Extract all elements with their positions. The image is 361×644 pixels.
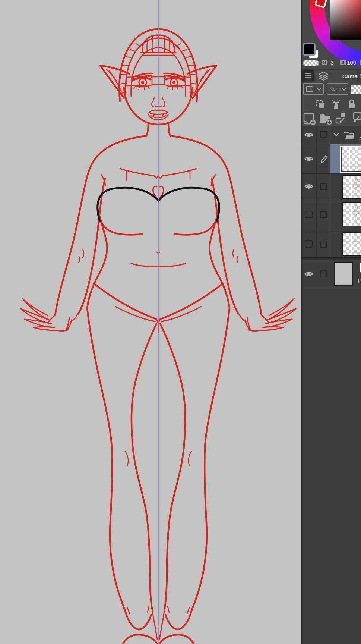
layer-select-checkbox[interactable] [320, 211, 327, 218]
saturation-value-square[interactable] [330, 0, 361, 40]
opacity-slider[interactable] [351, 85, 361, 94]
app-window: H 3 S 100 V Camada [0, 0, 361, 644]
new-layer-button[interactable] [303, 113, 316, 125]
layer-thumbnail-paper[interactable] [334, 262, 353, 286]
merge-to-lower-layer-button[interactable] [351, 112, 361, 125]
layer-select-checkbox[interactable] [320, 131, 327, 138]
thumbnail-figure [343, 176, 361, 198]
layer-thumbnail-faint-sketch[interactable] [342, 232, 361, 256]
visibility-toggle-hidden[interactable] [305, 211, 313, 218]
elf-sketch-drawing [0, 0, 301, 644]
blend-mode-value: Norm [329, 86, 341, 92]
open-folder-icon [343, 130, 355, 140]
thumbnail-figure [343, 233, 361, 255]
hsv-readout: H 3 S 100 V [302, 59, 361, 67]
layer-controls: Norm [302, 82, 361, 126]
layer-thumbnail-gray-sketch[interactable] [342, 202, 361, 226]
thumbnail-figure [343, 203, 361, 226]
layer-select-checkbox[interactable] [320, 183, 327, 190]
hue-value: 3 [330, 59, 333, 66]
clip-to-layer-below-icon[interactable] [316, 100, 326, 109]
layer-thumbnail-red-sketch[interactable] [342, 175, 361, 199]
saturation-label: S [340, 60, 346, 65]
panel-tab-bar: Camada [302, 69, 361, 82]
chevron-down-icon [342, 88, 346, 91]
visibility-eye-icon[interactable] [304, 271, 314, 277]
layer-select-checkbox[interactable] [320, 241, 327, 248]
layer-group-divider [302, 257, 361, 260]
canvas-area[interactable] [0, 0, 301, 644]
layer-row-lineart[interactable] [302, 174, 361, 200]
layers-stack-icon [318, 71, 329, 81]
saturation-value: 100 [347, 59, 356, 66]
blend-mode-dropdown[interactable]: Norm [327, 83, 348, 95]
layer-palette-option-dropdown[interactable] [303, 83, 324, 95]
panel-menu-button[interactable] [302, 70, 314, 81]
layer-list: P [302, 126, 361, 288]
transfer-to-lower-layer-button[interactable] [335, 112, 347, 125]
visibility-eye-icon[interactable] [304, 132, 314, 138]
layer-row-gray-sketch[interactable] [302, 200, 361, 230]
layer-row-active[interactable] [302, 144, 361, 174]
new-folder-button[interactable] [319, 113, 333, 125]
right-dock-panel: H 3 S 100 V Camada [301, 0, 361, 644]
lock-icon[interactable] [347, 99, 356, 109]
reference-layer-lighthouse-icon[interactable] [331, 99, 341, 109]
visibility-toggle-hidden[interactable] [305, 240, 313, 248]
paper-name-fragment: P [358, 277, 361, 284]
folder-name-fragment: P [359, 136, 361, 142]
chevron-down-icon [317, 88, 321, 91]
editing-pencil-icon [319, 154, 329, 164]
layer-select-checkbox[interactable] [320, 270, 327, 277]
foreground-color-swatch[interactable] [303, 43, 316, 56]
color-picker-section: H 3 S 100 V [302, 0, 361, 69]
tab-layers[interactable]: Camada [314, 70, 357, 82]
next-tab-icon [359, 72, 361, 80]
visibility-eye-icon[interactable] [304, 155, 314, 162]
folder-expand-chevron-icon[interactable] [333, 132, 339, 136]
palette-option-icon [305, 86, 314, 92]
layer-thumbnail-empty[interactable] [340, 146, 361, 173]
layer-row-rough-sketch[interactable] [302, 230, 361, 257]
visibility-eye-icon[interactable] [304, 183, 314, 190]
hue-label: H [322, 60, 327, 65]
layer-row-paper[interactable]: P [302, 260, 361, 288]
layer-row-folder[interactable]: P [302, 126, 361, 144]
tab-next-partial[interactable] [358, 70, 361, 82]
